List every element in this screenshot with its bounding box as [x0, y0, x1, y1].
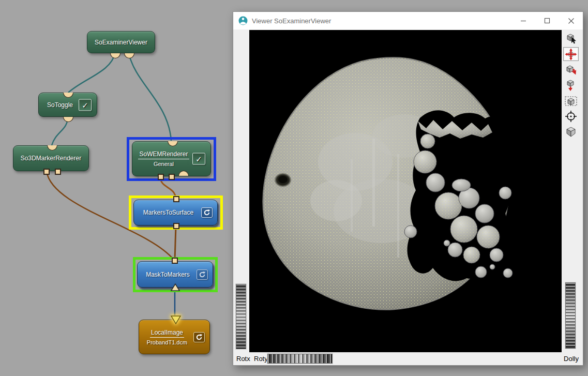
minimize-button[interactable] [511, 12, 535, 29]
checkbox-icon[interactable]: ✓ [79, 99, 92, 111]
connector-output-base[interactable] [173, 196, 179, 202]
connector-input-image[interactable] [170, 283, 180, 291]
node-sublabel: ProbandT1.dcm [147, 339, 187, 345]
desktop: SoExaminerViewer SoToggle ✓ So3DMarkerRe… [0, 0, 588, 376]
connector-output-image[interactable] [170, 315, 182, 324]
connector-input-scene[interactable] [168, 141, 178, 146]
cube-down-arrow-icon [565, 79, 577, 92]
connector-input-base[interactable] [43, 169, 50, 175]
node-label: SoExaminerViewer [95, 39, 147, 46]
rotate-arrows-icon [565, 48, 577, 61]
3d-viewport[interactable] [249, 30, 562, 352]
dolly-label: Dolly [564, 355, 579, 363]
window-titlebar[interactable]: Viewer SoExaminerViewer [233, 12, 583, 29]
crosshair-button[interactable] [563, 109, 579, 123]
dolly-thumbwheel[interactable] [565, 282, 576, 349]
connection-examiner-toggle[interactable] [68, 53, 115, 93]
node-masktomarkers[interactable]: MaskToMarkers [137, 261, 213, 288]
node-label: LocalImage [150, 329, 184, 338]
window-title: Viewer SoExaminerViewer [252, 17, 331, 25]
maximize-button[interactable] [535, 12, 559, 29]
node-label: SoToggle [47, 101, 73, 109]
connector-input-scene[interactable] [63, 93, 73, 98]
rotx-thumbwheel[interactable] [267, 354, 333, 364]
reload-icon[interactable] [201, 207, 213, 218]
seek-button[interactable] [563, 63, 579, 77]
close-button[interactable] [559, 12, 583, 29]
connector-input-base[interactable] [55, 169, 61, 175]
node-graph-panel[interactable]: SoExaminerViewer SoToggle ✓ So3DMarkerRe… [0, 0, 233, 376]
maximize-icon [544, 18, 550, 24]
rotx-label: Rotx [236, 355, 250, 363]
close-icon [568, 18, 575, 24]
node-localimage[interactable]: LocalImage ProbandT1.dcm [139, 320, 210, 354]
node-label: MaskToMarkers [146, 271, 190, 278]
view-rotate-button[interactable] [563, 47, 579, 61]
node-sublabel: General [154, 161, 174, 167]
connector-input-base[interactable] [169, 174, 175, 180]
view-all-button[interactable] [563, 78, 579, 92]
minimize-icon [520, 18, 526, 24]
viewer-bottom-bar: Rotx Roty Dolly [233, 352, 583, 366]
circular-arrow-icon [203, 209, 210, 216]
crosshair-icon [565, 110, 577, 123]
connector-input-scene[interactable] [178, 171, 189, 176]
node-markerstosurface[interactable]: MarkersToSurface [133, 200, 218, 225]
connector-input-wem[interactable] [158, 174, 164, 180]
viewer-window[interactable]: Viewer SoExaminerViewer [233, 11, 583, 366]
reload-icon[interactable] [193, 332, 205, 342]
node-label: SoWEMRenderer [138, 151, 189, 159]
connection-markerstosurface-masktomarkers[interactable] [175, 226, 176, 260]
cube-selection-box-icon [564, 95, 578, 107]
cube-icon [565, 126, 577, 138]
cube-seek-arrow-icon [565, 64, 577, 76]
checkbox-icon[interactable]: ✓ [192, 153, 205, 165]
connector-output-base[interactable] [172, 258, 178, 264]
node-sotoggle[interactable]: SoToggle ✓ [38, 93, 97, 117]
mevislab-logo-icon [238, 16, 248, 25]
circular-arrow-icon [199, 271, 206, 278]
node-label: MarkersToSurface [143, 209, 193, 216]
pick-cursor-icon [565, 33, 577, 44]
node-sowemrenderer[interactable]: SoWEMRenderer General ✓ [132, 141, 211, 176]
roty-thumbwheel[interactable] [236, 284, 246, 349]
reload-icon[interactable] [197, 269, 208, 280]
pick-mode-button[interactable] [563, 32, 579, 46]
rendered-head-surface [249, 30, 562, 352]
circular-arrow-icon [195, 334, 203, 341]
node-soexaminerviewer[interactable]: SoExaminerViewer [87, 31, 155, 53]
node-so3dmarkerrenderer[interactable]: So3DMarkerRenderer [13, 145, 89, 171]
roty-label: Roty [254, 355, 268, 363]
camera-type-button[interactable] [563, 125, 579, 139]
connector-input-base[interactable] [173, 223, 179, 229]
connector-input-scene[interactable] [47, 145, 57, 151]
connection-examiner-wemrenderer[interactable] [129, 53, 171, 141]
node-label: So3DMarkerRenderer [21, 155, 81, 162]
home-view-button[interactable] [563, 94, 579, 108]
viewer-toolbar [563, 32, 580, 140]
